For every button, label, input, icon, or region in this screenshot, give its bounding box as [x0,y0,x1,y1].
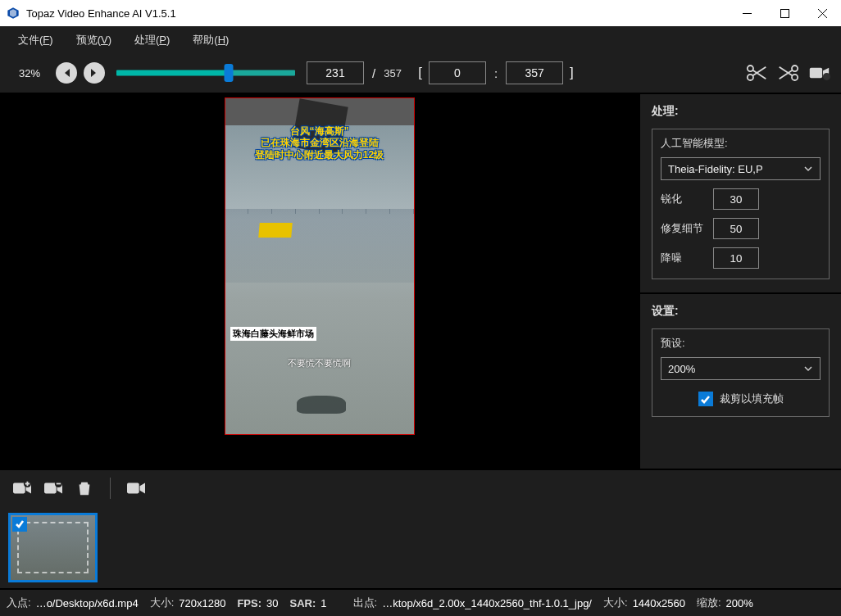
settings-group: 预设: 200% 裁剪以填充帧 [652,328,830,417]
svg-rect-0 [743,13,752,14]
clip-thumbnail[interactable] [8,513,98,582]
sar-key: SAR: [289,597,316,609]
fps-key: FPS: [237,597,261,609]
thumbnail-strip [0,506,841,588]
delete-button[interactable] [70,474,98,502]
chevron-down-icon [803,164,813,174]
playback-toolbar: 32% / 357 [ : ] [0,53,841,94]
process-button[interactable] [122,474,150,502]
crop-checkbox[interactable] [698,392,713,406]
restore-input[interactable] [713,218,759,239]
svg-rect-1 [780,9,789,17]
close-button[interactable] [803,0,841,26]
restore-label: 修复细节 [661,221,707,236]
minimize-button[interactable] [728,0,766,26]
sharpen-label: 锐化 [661,192,707,206]
cut-out-button[interactable] [775,61,800,85]
out-frame-input[interactable] [506,61,563,84]
out-path-value: …ktop/x6d_2.00x_1440x2560_thf-1.0.1_jpg/ [382,597,592,609]
in-size-value: 720x1280 [179,597,225,609]
separator [110,478,111,499]
fps-value: 30 [266,597,278,609]
preview-area: 台风“海高斯” 已在珠海市金湾区沿海登陆 登陆时中心附近最大风力12级 珠海白藤… [0,94,639,469]
caption-subtitle: 不要慌不要慌啊 [225,357,414,369]
zoom-level: 32% [10,67,49,79]
model-dropdown[interactable]: Theia-Fidelity: EU,P [661,157,821,180]
svg-rect-10 [44,483,57,494]
sharpen-input[interactable] [713,188,759,210]
current-frame-input[interactable] [307,61,364,84]
record-preview-button[interactable] [807,61,831,85]
menu-preview[interactable]: 预览(V) [68,29,120,51]
menu-help[interactable]: 帮助(H) [184,29,237,51]
caption-location: 珠海白藤头海鲜市场 [230,327,316,341]
next-frame-button[interactable] [84,62,105,84]
remove-clip-button[interactable] [39,474,67,502]
crop-label: 裁剪以填充帧 [720,392,784,406]
frame-separator: / [370,66,377,80]
app-logo-icon [7,7,20,20]
maximize-button[interactable] [766,0,803,26]
preset-value: 200% [668,363,803,375]
scale-value: 200% [726,597,753,609]
cut-in-button[interactable] [744,61,769,85]
svg-rect-8 [13,483,25,494]
svg-point-7 [823,73,830,80]
preset-label: 预设: [661,336,821,351]
chevron-down-icon [803,364,813,374]
processing-header: 处理: [652,104,830,119]
window-title: Topaz Video Enhance AI V1.5.1 [26,7,728,20]
svg-rect-12 [127,483,139,494]
caption-headline: 台风“海高斯” 已在珠海市金湾区沿海登陆 登陆时中心附近最大风力12级 [225,125,414,161]
settings-header: 设置: [652,304,830,319]
bracket-close: ] [570,65,574,81]
range-separator: : [493,66,499,80]
model-value: Theia-Fidelity: EU,P [668,163,803,175]
svg-rect-6 [809,68,821,79]
add-clip-button[interactable] [8,474,36,502]
bracket-open: [ [418,65,422,81]
sar-value: 1 [320,597,326,609]
menu-process[interactable]: 处理(P) [126,29,178,51]
timeline-slider[interactable] [116,63,295,83]
scale-key: 缩放: [697,596,721,610]
out-size-key: 大小: [603,596,628,610]
clip-toolbar [0,469,841,506]
denoise-input[interactable] [713,247,759,269]
processing-group: 人工智能模型: Theia-Fidelity: EU,P 锐化 修复细节 降噪 [652,129,830,279]
menu-file[interactable]: 文件(F) [10,29,61,51]
video-frame[interactable]: 台风“海高斯” 已在珠海市金湾区沿海登陆 登陆时中心附近最大风力12级 珠海白藤… [225,97,415,435]
in-frame-input[interactable] [429,61,486,84]
model-label: 人工智能模型: [661,136,821,151]
menu-bar: 文件(F) 预览(V) 处理(P) 帮助(H) [0,26,841,53]
side-panel: 处理: 人工智能模型: Theia-Fidelity: EU,P 锐化 修复细节… [639,94,841,469]
out-path-key: 出点: [353,596,378,610]
in-size-key: 大小: [150,596,175,610]
status-bar: 入点: …o/Desktop/x6d.mp4 大小: 720x1280 FPS:… [0,588,841,616]
in-path-value: …o/Desktop/x6d.mp4 [36,597,139,609]
in-path-key: 入点: [7,596,31,610]
title-bar: Topaz Video Enhance AI V1.5.1 [0,0,841,26]
total-frames: 357 [384,67,411,79]
out-size-value: 1440x2560 [633,597,685,609]
denoise-label: 降噪 [661,251,707,265]
preset-dropdown[interactable]: 200% [661,357,821,380]
prev-frame-button[interactable] [56,62,77,84]
thumbnail-checkbox[interactable] [12,517,27,532]
